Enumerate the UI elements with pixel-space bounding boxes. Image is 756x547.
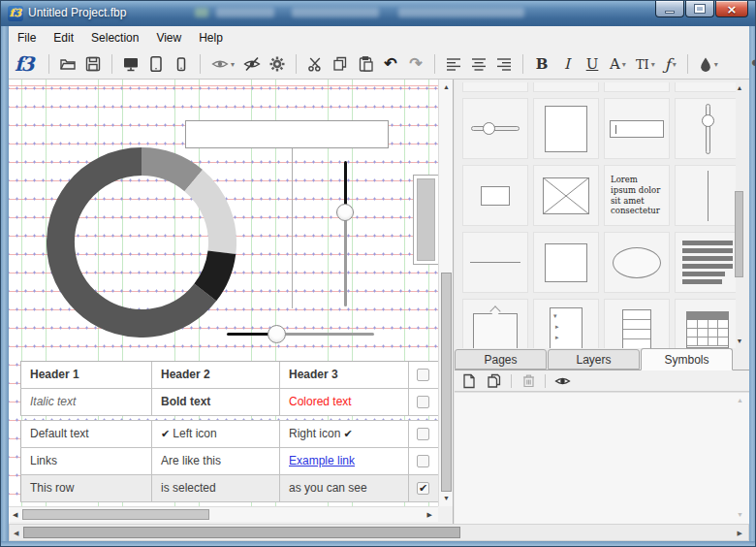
symbol-ellipse[interactable] [604, 232, 670, 293]
scrollbar-thumb[interactable] [441, 273, 452, 492]
paste-icon[interactable] [356, 53, 375, 75]
scroll-up-icon: ▲ [737, 397, 743, 403]
symbol-table[interactable] [604, 299, 670, 348]
align-center-icon[interactable] [469, 53, 488, 75]
design-canvas[interactable]: Header 1Header 2Header 3Italic textBold … [9, 80, 438, 506]
table-widget[interactable]: Header 1Header 2Header 3Italic textBold … [20, 361, 438, 502]
checkbox[interactable] [417, 396, 429, 408]
scrollbar-thumb[interactable] [23, 527, 460, 538]
table-cell-text: Colored text [289, 395, 352, 408]
italic-button[interactable]: I [557, 53, 577, 75]
phone-icon[interactable] [172, 53, 191, 75]
font-color-button[interactable]: A▾ [608, 53, 628, 75]
symbol-line-horizontal[interactable] [462, 232, 528, 293]
align-right-icon[interactable] [494, 53, 514, 75]
save-icon[interactable] [83, 53, 103, 75]
maximize-button[interactable] [685, 1, 714, 17]
minimize-button[interactable] [655, 1, 684, 17]
table-checkbox-cell [408, 421, 438, 447]
symbol-data-grid[interactable] [675, 299, 736, 348]
desktop-icon[interactable] [121, 53, 141, 75]
table-row[interactable]: Italic textBold textColored text [20, 389, 438, 416]
checkbox[interactable] [417, 455, 429, 467]
vertical-line-widget[interactable] [292, 148, 293, 308]
text-size-button[interactable]: TI▾ [634, 53, 657, 75]
tablet-icon[interactable] [146, 53, 166, 75]
scroll-up-icon[interactable]: ▲ [734, 84, 745, 91]
panel-list-area[interactable]: ▲ ▼ [455, 392, 749, 524]
cut-icon[interactable] [305, 53, 325, 75]
redo-icon[interactable]: ↷ [406, 53, 425, 75]
scroll-down-icon[interactable]: ▼ [439, 495, 454, 501]
app-horizontal-scrollbar[interactable]: ◀ ▶ [9, 524, 749, 541]
menu-item-edit[interactable]: Edit [45, 27, 82, 48]
close-button[interactable]: × [715, 1, 748, 17]
checkbox[interactable] [417, 369, 429, 381]
scrollbar-thumb[interactable] [22, 509, 209, 520]
symbol-tree-list[interactable]: ▾ ▸ ▸ [533, 299, 599, 348]
symbol-rectangle[interactable] [533, 232, 599, 293]
main-toolbar: f3 ▾ ↶ ↷ [9, 49, 749, 80]
symbol-square[interactable] [533, 98, 599, 159]
copy-icon[interactable] [331, 53, 350, 75]
scrollbar-widget[interactable] [413, 175, 438, 265]
vertical-slider-widget[interactable] [336, 161, 354, 306]
table-header-cell: Header 3 [279, 362, 408, 388]
table-row[interactable]: Default text✔ Left iconRight icon ✔ [20, 420, 438, 448]
table-cell-text[interactable]: Example link [289, 454, 355, 467]
symbol-paragraph[interactable] [675, 232, 736, 293]
hide-eye-icon[interactable] [242, 53, 262, 75]
scroll-up-icon[interactable]: ▲ [439, 83, 454, 90]
symbol-text-lorem[interactable]: Lorem ipsum dolor sit amet consectetur [604, 165, 670, 226]
new-page-icon[interactable] [460, 372, 478, 390]
trash-icon[interactable] [520, 372, 537, 390]
symbol-slider-horizontal[interactable] [462, 98, 528, 159]
horizontal-slider-widget[interactable] [227, 325, 374, 343]
undo-icon[interactable]: ↶ [381, 53, 400, 75]
settings-gear-icon[interactable] [268, 53, 287, 75]
symbol-partial [533, 82, 599, 92]
text-input-widget[interactable] [185, 120, 389, 148]
font-family-button[interactable]: ƒ▾ [663, 53, 678, 75]
menu-item-file[interactable]: File [9, 27, 45, 48]
slider-thumb[interactable] [336, 204, 354, 221]
tab-layers[interactable]: Layers [548, 349, 640, 370]
menu-item-help[interactable]: Help [190, 27, 232, 48]
tab-symbols[interactable]: Symbols [641, 348, 733, 370]
check-icon: ✔ [340, 428, 352, 439]
scroll-down-icon[interactable]: ▼ [734, 338, 745, 344]
align-left-icon[interactable] [444, 53, 463, 75]
symbol-callout[interactable] [462, 299, 528, 348]
symbol-button-rect[interactable] [462, 165, 528, 226]
menu-item-selection[interactable]: Selection [82, 27, 147, 48]
preview-eye-icon[interactable]: ▾ [209, 53, 236, 75]
slider-thumb[interactable] [268, 325, 286, 343]
symbol-line-vertical[interactable] [675, 165, 736, 226]
checkbox[interactable]: ✔ [417, 482, 429, 495]
paragraph-glyph [682, 279, 722, 284]
minimize-icon [665, 11, 675, 14]
table-row[interactable]: LinksAre like thisExample link [20, 448, 438, 475]
menu-item-view[interactable]: View [147, 27, 190, 48]
scrollbar-thumb[interactable] [735, 191, 743, 277]
scroll-left-icon[interactable]: ◀ [13, 511, 17, 518]
symbol-image-placeholder[interactable] [533, 165, 599, 226]
open-icon[interactable] [58, 53, 78, 75]
duplicate-page-icon[interactable] [486, 372, 503, 390]
donut-chart-widget[interactable] [47, 147, 236, 338]
symbol-text-input[interactable] [604, 98, 670, 159]
scroll-right-icon[interactable]: ▶ [427, 511, 432, 518]
checkbox[interactable] [417, 428, 429, 440]
canvas-horizontal-scrollbar[interactable]: ◀ ▶ [9, 506, 438, 522]
symbols-scrollbar[interactable]: ▲ ▼ [734, 82, 745, 346]
symbol-slider-vertical[interactable] [675, 98, 736, 159]
canvas-vertical-scrollbar[interactable]: ▲ ▼ [438, 80, 453, 506]
bold-button[interactable]: B [532, 53, 551, 75]
underline-button[interactable]: U [583, 53, 602, 75]
visibility-eye-icon[interactable] [553, 372, 571, 390]
scroll-right-icon[interactable]: ▶ [738, 530, 742, 536]
table-row[interactable]: This rowis selectedas you can see✔ [20, 475, 438, 502]
scroll-left-icon[interactable]: ◀ [14, 530, 18, 536]
tab-pages[interactable]: Pages [455, 349, 547, 370]
fill-droplet-icon[interactable]: ▾ [697, 53, 720, 75]
